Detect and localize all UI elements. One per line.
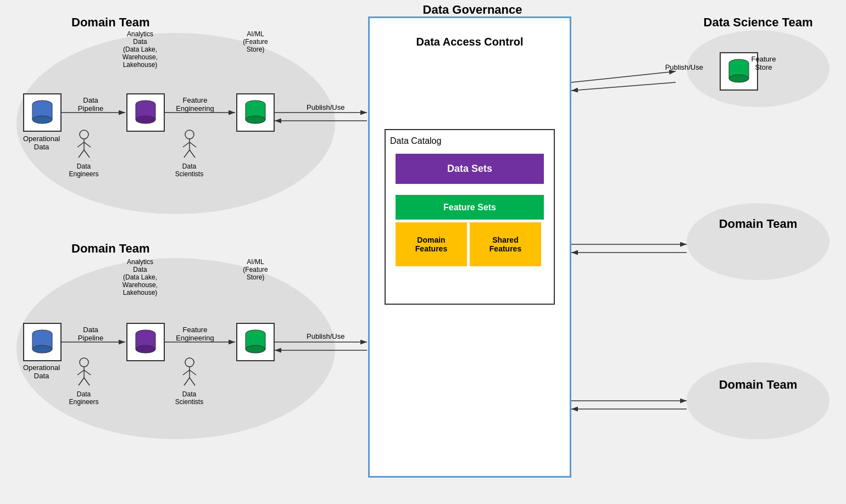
- operational-data-box-bottom: [23, 323, 62, 361]
- domain-team-right2-ellipse: [687, 362, 830, 439]
- svg-line-8: [84, 142, 91, 147]
- svg-line-18: [183, 142, 190, 147]
- analytics-label-top: AnalyticsData(Data Lake,Warehouse,Lakeho…: [110, 30, 170, 69]
- svg-line-47: [184, 378, 190, 385]
- person-icon-engineers-bottom: [73, 357, 95, 387]
- svg-line-70: [571, 82, 676, 91]
- aiml-box-bottom: [236, 323, 275, 361]
- svg-point-32: [80, 358, 88, 367]
- svg-line-34: [77, 370, 84, 375]
- aiml-label-bottom: AI/ML(FeatureStore): [225, 258, 286, 281]
- analytics-label-bottom: AnalyticsData(Data Lake,Warehouse,Lakeho…: [110, 258, 170, 296]
- domain-team-right2-title: Domain Team: [698, 378, 819, 392]
- svg-line-20: [184, 150, 190, 158]
- svg-line-10: [84, 150, 90, 158]
- datasets-bar: Data Sets: [396, 154, 544, 184]
- operational-data-box-top: [23, 93, 62, 132]
- domain-team-bottom-ellipse: [16, 258, 335, 439]
- data-pipeline-label-bottom: DataPipeline: [69, 326, 113, 342]
- publish-use-label-right: Publish/Use: [665, 63, 703, 71]
- domain-features-box: DomainFeatures: [396, 222, 467, 266]
- data-science-team-title: Data Science Team: [687, 15, 830, 30]
- data-catalog-label: Data Catalog: [390, 136, 441, 146]
- db-green-icon-top: [244, 99, 266, 126]
- db-blue-icon-bottom: [31, 328, 53, 356]
- data-engineers-bottom: DataEngineers: [66, 357, 102, 406]
- svg-line-69: [571, 71, 676, 82]
- domain-team-bottom-title: Domain Team: [71, 242, 150, 256]
- svg-point-5: [80, 130, 88, 139]
- analytics-data-box-top: [126, 93, 165, 132]
- shared-features-box: SharedFeatures: [470, 222, 541, 266]
- dac-label: Data Access Control: [382, 36, 558, 48]
- svg-point-24: [246, 116, 265, 124]
- db-green-icon-bottom: [244, 328, 266, 356]
- svg-line-48: [190, 378, 195, 385]
- diagram: Domain Team Domain Team Data Governance …: [0, 0, 846, 504]
- svg-line-45: [183, 370, 190, 375]
- svg-point-40: [136, 345, 155, 353]
- svg-point-56: [729, 75, 749, 82]
- data-scientists-bottom: DataScientists: [171, 357, 207, 406]
- svg-point-2: [32, 116, 52, 124]
- operational-data-label-top: OperationalData: [15, 135, 68, 151]
- domain-team-right1-ellipse: [687, 203, 830, 280]
- publish-use-label-top: Publish/Use: [307, 103, 344, 111]
- db-blue-icon-top: [31, 99, 53, 126]
- svg-line-35: [84, 370, 91, 375]
- svg-line-46: [190, 370, 196, 375]
- operational-data-label-bottom: OperationalData: [15, 363, 68, 380]
- person-icon-scientists-top: [179, 129, 201, 159]
- svg-line-21: [190, 150, 195, 158]
- svg-line-36: [79, 378, 84, 385]
- svg-line-9: [79, 150, 84, 158]
- person-icon-scientists-bottom: [179, 357, 201, 387]
- feature-eng-label-bottom: FeatureEngineering: [170, 326, 220, 342]
- feature-eng-label-top: FeatureEngineering: [170, 96, 220, 113]
- svg-point-43: [185, 358, 194, 367]
- data-scientists-top: DataScientists: [171, 129, 207, 178]
- svg-point-51: [246, 345, 265, 353]
- domain-team-top-ellipse: [16, 33, 335, 214]
- analytics-data-box-bottom: [126, 323, 165, 361]
- svg-point-29: [32, 345, 52, 353]
- feature-store-label-top: FeatureStore: [744, 55, 783, 71]
- publish-use-label-bottom: Publish/Use: [307, 332, 344, 340]
- svg-point-13: [136, 116, 155, 124]
- data-pipeline-label-top: DataPipeline: [69, 96, 113, 113]
- svg-line-37: [84, 378, 90, 385]
- db-purple-icon-top: [135, 99, 157, 126]
- domain-team-top-title: Domain Team: [71, 15, 150, 30]
- aiml-label-top: AI/ML(FeatureStore): [225, 30, 286, 53]
- svg-point-16: [185, 130, 194, 139]
- aiml-box-top: [236, 93, 275, 132]
- svg-line-7: [77, 142, 84, 147]
- domain-team-right1-title: Domain Team: [698, 217, 819, 231]
- data-governance-title: Data Governance: [412, 3, 533, 17]
- featuresets-bar: Feature Sets: [396, 195, 544, 220]
- person-icon-engineers-top: [73, 129, 95, 159]
- data-engineers-top: DataEngineers: [66, 129, 102, 178]
- db-purple-icon-bottom: [135, 328, 157, 356]
- svg-line-19: [190, 142, 196, 147]
